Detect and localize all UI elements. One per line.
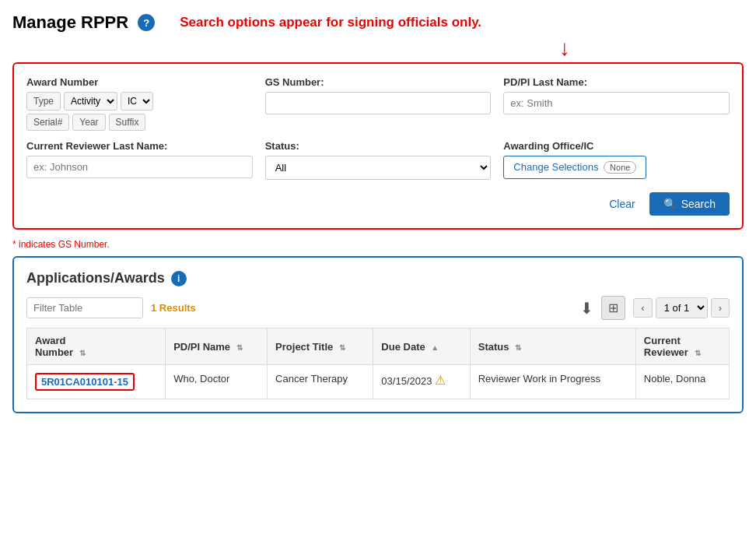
pdpi-field: PD/PI Last Name: — [503, 76, 730, 131]
app-info-icon[interactable]: i — [171, 271, 187, 286]
cell-due-date: 03/15/2023⚠ — [373, 365, 470, 399]
gs-number-field: GS Number: — [265, 76, 492, 131]
page-header: Manage RPPR ? Search options appear for … — [12, 12, 744, 33]
award-type-button[interactable]: Type — [26, 92, 61, 111]
award-activity-select[interactable]: Activity — [64, 92, 117, 111]
pdpi-input[interactable] — [503, 92, 730, 114]
award-ic-select[interactable]: IC — [121, 92, 153, 111]
gs-note: * indicates GS Number. — [12, 239, 744, 250]
grid-view-button[interactable]: ⊞ — [601, 296, 625, 320]
download-button[interactable]: ⬇ — [580, 299, 593, 318]
status-label: Status: — [265, 140, 492, 152]
col-header-pdpi-name: PD/PI Name ⇅ — [166, 328, 268, 365]
table-header-row: AwardNumber ⇅ PD/PI Name ⇅ Project Title… — [27, 328, 730, 365]
search-grid-row1: Award Number Type Activity IC Serial# Ye… — [26, 76, 730, 131]
status-select[interactable]: All Active Completed In Progress — [265, 156, 492, 180]
award-suffix-button[interactable]: Suffix — [109, 114, 146, 131]
page-title: Manage RPPR — [12, 12, 128, 33]
awarding-office-field: Awarding Office/IC Change Selections Non… — [503, 140, 730, 180]
next-page-button[interactable]: › — [711, 298, 730, 318]
reviewer-label: Current Reviewer Last Name: — [26, 140, 253, 152]
award-number-link[interactable]: 5R01CA010101-15 — [35, 373, 135, 391]
applications-panel: Applications/Awards i 1 Results ⬇ ⊞ ‹ 1 … — [12, 256, 744, 413]
col-header-current-reviewer: CurrentReviewer ⇅ — [635, 328, 729, 365]
col-header-status: Status ⇅ — [470, 328, 635, 365]
cell-status: Reviewer Work in Progress — [470, 365, 635, 399]
award-year-button[interactable]: Year — [72, 114, 105, 131]
awarding-office-label: Awarding Office/IC — [503, 140, 730, 152]
award-number-fields-row2: Serial# Year Suffix — [26, 114, 253, 131]
search-grid-row2: Current Reviewer Last Name: Status: All … — [26, 140, 730, 180]
award-serial-button[interactable]: Serial# — [26, 114, 69, 131]
warning-icon: ⚠ — [435, 374, 446, 387]
reviewer-field: Current Reviewer Last Name: — [26, 140, 253, 180]
cell-award-number: 5R01CA010101-15 — [27, 365, 166, 399]
table-row: 5R01CA010101-15 Who, Doctor Cancer Thera… — [27, 365, 730, 399]
results-count: 1 Results — [151, 302, 196, 314]
page-select[interactable]: 1 of 1 — [656, 297, 708, 318]
table-toolbar: 1 Results ⬇ ⊞ ‹ 1 of 1 › — [26, 296, 730, 320]
search-button[interactable]: 🔍 Search — [649, 192, 730, 216]
change-selections-button[interactable]: Change Selections None — [503, 156, 646, 179]
app-panel-title: Applications/Awards — [26, 270, 165, 286]
col-header-project-title: Project Title ⇅ — [268, 328, 373, 365]
award-number-label: Award Number — [26, 76, 253, 88]
pagination-controls: ‹ 1 of 1 › — [633, 297, 730, 318]
clear-button[interactable]: Clear — [601, 193, 642, 215]
pdpi-label: PD/PI Last Name: — [503, 76, 730, 88]
cell-pdpi-name: Who, Doctor — [166, 365, 268, 399]
col-header-award-number: AwardNumber ⇅ — [27, 328, 166, 365]
app-panel-header: Applications/Awards i — [26, 270, 730, 286]
reviewer-input[interactable] — [26, 156, 253, 178]
award-number-inputs: Type Activity IC — [26, 92, 253, 111]
gs-number-input[interactable] — [265, 92, 492, 114]
cell-current-reviewer: Noble, Donna — [635, 365, 729, 399]
arrow-down-icon: ↓ — [386, 37, 744, 59]
gs-number-label: GS Number: — [265, 76, 492, 88]
search-action-row: Clear 🔍 Search — [26, 189, 730, 216]
col-header-due-date: Due Date ▲ — [373, 328, 470, 365]
filter-table-input[interactable] — [26, 297, 143, 318]
cell-project-title: Cancer Therapy — [268, 365, 373, 399]
award-number-field: Award Number Type Activity IC Serial# Ye… — [26, 76, 253, 131]
status-field: Status: All Active Completed In Progress — [265, 140, 492, 180]
none-badge: None — [604, 161, 636, 174]
search-panel: Award Number Type Activity IC Serial# Ye… — [12, 62, 744, 230]
search-notice: Search options appear for signing offici… — [180, 15, 481, 30]
search-icon: 🔍 — [663, 198, 677, 210]
prev-page-button[interactable]: ‹ — [633, 298, 652, 318]
help-icon[interactable]: ? — [138, 14, 155, 31]
data-table: AwardNumber ⇅ PD/PI Name ⇅ Project Title… — [26, 328, 730, 399]
